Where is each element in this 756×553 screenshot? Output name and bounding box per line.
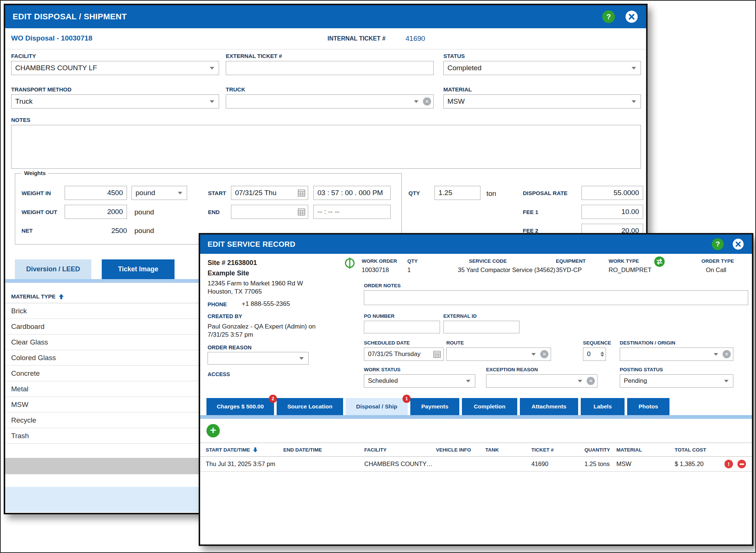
order-type-label: ORDER TYPE: [701, 258, 734, 264]
start-date-input[interactable]: 07/31/25 Thu: [231, 186, 308, 200]
tab-payments[interactable]: Payments: [410, 398, 459, 415]
material-select[interactable]: MSW: [443, 94, 641, 109]
tab-attachments[interactable]: Attachments: [520, 398, 578, 415]
weight-in-input[interactable]: [65, 186, 127, 200]
help-icon[interactable]: ?: [602, 10, 615, 23]
facility-select[interactable]: CHAMBERS COUNTY LF: [11, 61, 219, 75]
col-label: END DATE/TIME: [283, 447, 322, 453]
end-time-value: -- : -- --: [317, 208, 339, 216]
end-time-input[interactable]: -- : -- --: [313, 205, 391, 219]
work-order-label: WORK ORDER: [362, 258, 397, 264]
tab-label: Labels: [593, 403, 612, 410]
route-select[interactable]: ✕: [446, 347, 551, 361]
scheduled-date-input[interactable]: 07/31/25 Thursday: [364, 347, 444, 361]
calendar-icon[interactable]: [297, 208, 306, 216]
notes-textarea[interactable]: [11, 125, 641, 169]
disposal-table-header: START DATE/TIME END DATE/TIME FACILITY V…: [200, 443, 752, 457]
wo-disposal-heading: WO Disposal - 10030718: [11, 34, 92, 42]
warning-icon[interactable]: !: [724, 460, 733, 468]
status-select[interactable]: Completed: [443, 61, 641, 75]
route-label: ROUTE: [446, 340, 464, 346]
help-icon[interactable]: ?: [712, 238, 724, 250]
service-code-field: SERVICE CODE 35 Yard Compactor Service (…: [458, 258, 555, 274]
created-by-line1: Paul Gonzalez - QA Expert (Admin) on: [208, 323, 316, 330]
work-order-value: 10030718: [362, 266, 397, 274]
internal-ticket-label: INTERNAL TICKET #: [328, 35, 385, 42]
weight-in-unit-select[interactable]: pound: [131, 186, 187, 200]
truck-select[interactable]: ✕: [226, 94, 434, 109]
notes-label: NOTES: [11, 117, 30, 123]
disposal-titlebar: EDIT DISPOSAL / SHIPMENT ?: [5, 5, 646, 28]
clear-icon[interactable]: ✕: [587, 377, 595, 385]
calendar-icon[interactable]: [297, 189, 306, 197]
clear-icon[interactable]: ✕: [723, 350, 731, 358]
calendar-icon[interactable]: [433, 350, 441, 358]
service-tabs: Charges $ 500.00 2 Source Location Dispo…: [206, 398, 669, 415]
end-date-input[interactable]: [231, 205, 308, 219]
close-icon[interactable]: [732, 238, 744, 250]
posting-status-select[interactable]: Pending: [620, 374, 733, 388]
close-icon[interactable]: [625, 10, 639, 24]
qty-value: 1: [407, 266, 418, 274]
table-row[interactable]: Thu Jul 31, 2025 3:57 pm CHAMBERS COUNTY…: [200, 457, 752, 472]
tab-photos[interactable]: Photos: [627, 398, 669, 415]
tab-charges[interactable]: Charges $ 500.00 2: [206, 398, 274, 415]
weight-in-label: WEIGHT IN: [22, 190, 51, 196]
col-start-datetime[interactable]: START DATE/TIME: [206, 447, 283, 453]
order-type-field: ORDER TYPE On Call: [701, 258, 734, 274]
clear-icon[interactable]: ✕: [423, 97, 431, 106]
exception-reason-select[interactable]: ✕: [486, 374, 597, 388]
col-material[interactable]: MATERIAL: [616, 447, 675, 453]
disposal-rate-input[interactable]: [581, 186, 643, 200]
tab-disposal-ship[interactable]: Disposal / Ship 1: [346, 398, 408, 415]
qty-label: QTY: [407, 258, 418, 264]
tab-source-location[interactable]: Source Location: [277, 398, 343, 415]
col-label: VEHICLE INFO: [436, 447, 471, 453]
tab-completion[interactable]: Completion: [462, 398, 517, 415]
work-status-label: WORK STATUS: [364, 367, 401, 372]
work-status-value: Scheduled: [368, 377, 398, 385]
remove-row-icon[interactable]: [737, 460, 746, 468]
start-time-input[interactable]: 03 : 57 : 00 . 000 PM: [313, 186, 391, 200]
tab-diversion-leed[interactable]: Diversion / LEED: [15, 259, 91, 279]
col-facility[interactable]: FACILITY: [364, 447, 436, 453]
sequence-label: SEQUENCE: [583, 340, 611, 346]
col-label: TICKET #: [531, 447, 554, 453]
clear-icon[interactable]: ✕: [540, 350, 548, 358]
swap-work-type-icon[interactable]: [654, 256, 665, 267]
destination-origin-select[interactable]: ✕: [620, 347, 733, 361]
truck-label: TRUCK: [226, 86, 245, 93]
sequence-value: 0: [587, 350, 590, 358]
external-ticket-input[interactable]: [226, 61, 434, 75]
add-disposal-button[interactable]: +: [206, 424, 220, 437]
transport-method-select[interactable]: Truck: [11, 94, 219, 109]
service-code-value: 35 Yard Compactor Service (34562): [458, 266, 555, 274]
net-unit: pound: [134, 227, 154, 235]
destination-origin-label: DESTINATION / ORIGIN: [620, 340, 675, 346]
start-label: START: [208, 190, 226, 196]
sequence-stepper[interactable]: 0: [583, 347, 606, 361]
qty-input[interactable]: [434, 186, 480, 200]
po-number-input[interactable]: [364, 321, 440, 333]
col-total-cost[interactable]: TOTAL COST: [675, 447, 724, 453]
work-status-select[interactable]: Scheduled: [364, 374, 475, 388]
site-name: Example Site: [208, 269, 249, 277]
fee1-input[interactable]: [581, 205, 643, 219]
col-ticket[interactable]: TICKET #: [531, 447, 584, 453]
container-status-icon: [344, 257, 355, 269]
col-vehicle-info[interactable]: VEHICLE INFO: [436, 447, 485, 453]
external-id-input[interactable]: [443, 321, 519, 333]
order-notes-input[interactable]: [364, 290, 748, 305]
status-value: Completed: [447, 64, 482, 72]
order-reason-select[interactable]: [208, 352, 309, 365]
weight-out-input[interactable]: [65, 205, 127, 219]
tab-ticket-image[interactable]: Ticket Image: [102, 259, 175, 279]
col-tank[interactable]: TANK: [485, 447, 531, 453]
chevron-down-icon: [724, 380, 729, 382]
col-end-datetime[interactable]: END DATE/TIME: [283, 447, 364, 453]
tab-labels[interactable]: Labels: [581, 398, 625, 415]
col-quantity[interactable]: QUANTITY: [584, 447, 616, 453]
phone-value: +1 888-555-2365: [242, 300, 290, 308]
sort-up-icon: [58, 294, 64, 300]
stepper-arrows-icon[interactable]: [600, 352, 604, 357]
